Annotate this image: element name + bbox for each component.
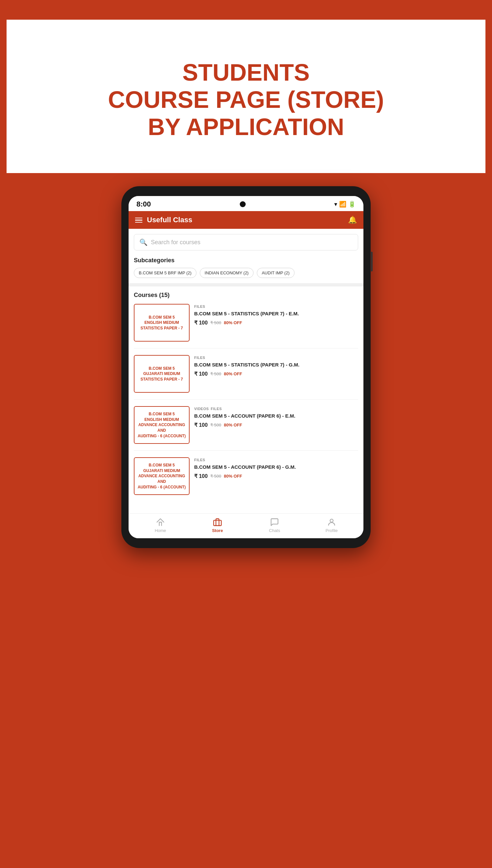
course-thumbnail-text-0: B.COM SEM 5 ENGLISH MEDIUM STATISTICS PA… [140, 315, 183, 331]
status-time: 8:00 [137, 200, 151, 209]
app-name: Usefull Class [147, 216, 192, 224]
course-tag-3-0: FILES [194, 458, 205, 462]
profile-icon [327, 518, 336, 527]
price-current-2: ₹ 100 [194, 422, 207, 428]
nav-item-chats[interactable]: Chats [262, 518, 288, 533]
subcategory-chip-0[interactable]: B.COM SEM 5 BRF IMP (2) [134, 268, 196, 278]
title-line3: BY APPLICATION [148, 114, 344, 140]
course-pricing-2: ₹ 100 ₹ 500 80% OFF [194, 422, 358, 428]
course-thumbnail-text-1: B.COM SEM 5 GUJARATI MEDIUM STATISTICS P… [140, 366, 183, 382]
course-thumbnail-3: B.COM SEM 5 GUJARATI MEDIUM ADVANCE ACCO… [134, 457, 190, 495]
nav-item-store[interactable]: Store [204, 518, 230, 533]
course-pricing-1: ₹ 100 ₹ 500 80% OFF [194, 371, 358, 377]
price-discount-3: 80% OFF [224, 474, 242, 479]
title-line2: COURSE PAGE (STORE) [108, 86, 384, 113]
course-card-1[interactable]: B.COM SEM 5 GUJARATI MEDIUM STATISTICS P… [134, 355, 358, 400]
nav-label-home: Home [155, 528, 166, 533]
price-discount-2: 80% OFF [224, 423, 242, 427]
signal-icon: 📶 [339, 201, 346, 208]
subcategories-label: Subcategories [134, 257, 358, 264]
course-info-1: FILES B.COM SEM 5 - STATISTICS (PAPER 7)… [194, 355, 358, 393]
course-tag-2-0: VIDEOS [194, 407, 209, 411]
course-info-3: FILES B.COM SEM 5 - ACCOUNT (PAPER 6) - … [194, 457, 358, 495]
nav-label-store: Store [212, 528, 223, 533]
price-original-1: ₹ 500 [210, 371, 221, 376]
course-info-2: VIDEOS FILES B.COM SEM 5 - ACCOUNT (PAPE… [194, 406, 358, 444]
price-current-0: ₹ 100 [194, 320, 207, 326]
subcategory-chip-1[interactable]: INDIAN ECONOMY (2) [200, 268, 253, 278]
status-icons: ▾ 📶 🔋 [334, 201, 355, 208]
app-top-bar: Usefull Class 🔔 [129, 211, 363, 229]
page-title: STUDENTS COURSE PAGE (STORE) BY APPLICAT… [26, 40, 466, 157]
course-tag-2-1: FILES [211, 407, 222, 411]
course-tags-3: FILES [194, 458, 358, 462]
search-placeholder: Search for courses [151, 239, 200, 246]
price-current-1: ₹ 100 [194, 371, 207, 377]
course-thumbnail-text-2: B.COM SEM 5 ENGLISH MEDIUM ADVANCE ACCOU… [137, 412, 186, 439]
nav-label-chats: Chats [269, 528, 280, 533]
course-tag-1-0: FILES [194, 356, 205, 360]
title-line1: STUDENTS [182, 59, 310, 85]
courses-label: Courses (15) [134, 292, 358, 299]
course-title-3: B.COM SEM 5 - ACCOUNT (PAPER 6) - G.M. [194, 464, 358, 470]
status-bar: 8:00 ▾ 📶 🔋 [129, 196, 363, 211]
home-icon [156, 518, 165, 527]
course-card-0[interactable]: B.COM SEM 5 ENGLISH MEDIUM STATISTICS PA… [134, 304, 358, 348]
subcategory-chip-2[interactable]: AUDIT IMP (2) [257, 268, 295, 278]
price-original-3: ₹ 500 [210, 474, 221, 479]
course-pricing-3: ₹ 100 ₹ 500 80% OFF [194, 473, 358, 479]
device-screen: 8:00 ▾ 📶 🔋 Usefull Class 🔔 [129, 196, 363, 538]
course-thumbnail-0: B.COM SEM 5 ENGLISH MEDIUM STATISTICS PA… [134, 304, 190, 342]
battery-icon: 🔋 [348, 201, 355, 208]
device-side-button [371, 252, 373, 271]
store-icon [213, 518, 222, 527]
courses-section: Courses (15) B.COM SEM 5 ENGLISH MEDIUM … [129, 287, 363, 513]
hamburger-button[interactable] [135, 218, 142, 223]
nav-label-profile: Profile [326, 528, 338, 533]
search-icon: 🔍 [140, 238, 148, 246]
notification-bell-icon[interactable]: 🔔 [348, 216, 357, 224]
course-pricing-0: ₹ 100 ₹ 500 80% OFF [194, 320, 358, 326]
subcategories-list: B.COM SEM 5 BRF IMP (2) INDIAN ECONOMY (… [134, 268, 358, 278]
device-mockup: 8:00 ▾ 📶 🔋 Usefull Class 🔔 [121, 186, 371, 548]
camera-dot [240, 201, 246, 207]
price-current-3: ₹ 100 [194, 473, 207, 479]
course-card-2[interactable]: B.COM SEM 5 ENGLISH MEDIUM ADVANCE ACCOU… [134, 406, 358, 451]
section-divider [129, 283, 363, 287]
page-wrapper: STUDENTS COURSE PAGE (STORE) BY APPLICAT… [6, 20, 486, 548]
course-info-0: FILES B.COM SEM 5 - STATISTICS (PAPER 7)… [194, 304, 358, 342]
course-thumbnail-2: B.COM SEM 5 ENGLISH MEDIUM ADVANCE ACCOU… [134, 406, 190, 444]
wifi-icon: ▾ [334, 201, 337, 208]
course-tags-2: VIDEOS FILES [194, 407, 358, 411]
course-title-0: B.COM SEM 5 - STATISTICS (PAPER 7) - E.M… [194, 310, 358, 317]
svg-rect-0 [214, 521, 221, 526]
course-thumbnail-1: B.COM SEM 5 GUJARATI MEDIUM STATISTICS P… [134, 355, 190, 393]
price-original-2: ₹ 500 [210, 423, 221, 427]
svg-point-1 [330, 519, 333, 522]
price-original-0: ₹ 500 [210, 320, 221, 325]
course-title-1: B.COM SEM 5 - STATISTICS (PAPER 7) - G.M… [194, 362, 358, 368]
nav-item-home[interactable]: Home [147, 518, 173, 533]
top-bar-left: Usefull Class [135, 216, 192, 224]
course-tags-1: FILES [194, 356, 358, 360]
price-discount-1: 80% OFF [224, 371, 242, 376]
course-tag-0-0: FILES [194, 305, 205, 309]
screen-content: 🔍 Search for courses Subcategories B.COM… [129, 229, 363, 283]
course-title-2: B.COM SEM 5 - ACCOUNT (PAPER 6) - E.M. [194, 413, 358, 419]
course-thumbnail-text-3: B.COM SEM 5 GUJARATI MEDIUM ADVANCE ACCO… [137, 463, 186, 490]
course-tags-0: FILES [194, 305, 358, 309]
nav-item-profile[interactable]: Profile [319, 518, 345, 533]
search-bar[interactable]: 🔍 Search for courses [134, 234, 358, 251]
course-card-3[interactable]: B.COM SEM 5 GUJARATI MEDIUM ADVANCE ACCO… [134, 457, 358, 502]
bottom-nav: Home Store Chats [129, 513, 363, 538]
chats-icon [270, 518, 279, 527]
price-discount-0: 80% OFF [224, 320, 242, 325]
